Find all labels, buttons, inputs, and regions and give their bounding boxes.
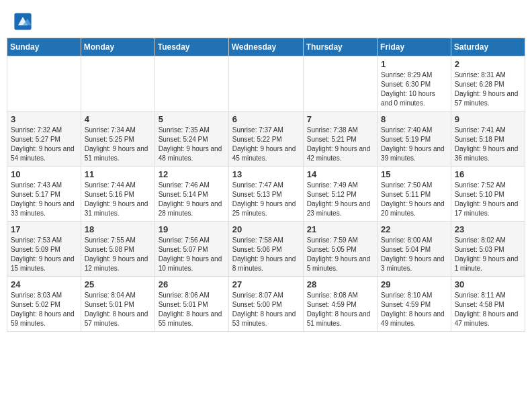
calendar-cell: 6Sunrise: 7:37 AM Sunset: 5:22 PM Daylig…	[228, 111, 303, 167]
day-number: 16	[455, 169, 521, 179]
day-header-friday: Friday	[378, 38, 451, 56]
day-header-saturday: Saturday	[451, 38, 525, 56]
day-header-thursday: Thursday	[303, 38, 377, 56]
day-header-sunday: Sunday	[7, 38, 81, 56]
day-number: 28	[307, 279, 373, 289]
day-info: Sunrise: 7:50 AM Sunset: 5:11 PM Dayligh…	[381, 181, 447, 218]
logo	[13, 12, 35, 31]
day-info: Sunrise: 7:56 AM Sunset: 5:07 PM Dayligh…	[159, 236, 225, 273]
calendar-week-5: 24Sunrise: 8:03 AM Sunset: 5:02 PM Dayli…	[7, 277, 525, 332]
day-info: Sunrise: 8:11 AM Sunset: 4:58 PM Dayligh…	[455, 291, 521, 328]
day-number: 2	[455, 59, 521, 69]
day-number: 13	[232, 169, 300, 179]
calendar-cell: 16Sunrise: 7:52 AM Sunset: 5:10 PM Dayli…	[451, 167, 525, 222]
calendar-cell: 17Sunrise: 7:53 AM Sunset: 5:09 PM Dayli…	[7, 222, 81, 277]
day-number: 30	[455, 279, 521, 289]
day-info: Sunrise: 8:31 AM Sunset: 6:28 PM Dayligh…	[455, 71, 521, 108]
day-info: Sunrise: 7:46 AM Sunset: 5:14 PM Dayligh…	[159, 181, 225, 218]
day-info: Sunrise: 7:53 AM Sunset: 5:09 PM Dayligh…	[11, 236, 77, 273]
calendar-cell: 24Sunrise: 8:03 AM Sunset: 5:02 PM Dayli…	[7, 277, 81, 332]
calendar-week-4: 17Sunrise: 7:53 AM Sunset: 5:09 PM Dayli…	[7, 222, 525, 277]
calendar-cell	[7, 56, 81, 111]
calendar-cell: 4Sunrise: 7:34 AM Sunset: 5:25 PM Daylig…	[81, 111, 154, 167]
day-info: Sunrise: 7:35 AM Sunset: 5:24 PM Dayligh…	[159, 126, 225, 163]
calendar-cell: 7Sunrise: 7:38 AM Sunset: 5:21 PM Daylig…	[303, 111, 377, 167]
day-info: Sunrise: 7:34 AM Sunset: 5:25 PM Dayligh…	[85, 126, 151, 163]
day-number: 19	[159, 224, 225, 234]
day-number: 4	[85, 114, 151, 124]
calendar-cell: 5Sunrise: 7:35 AM Sunset: 5:24 PM Daylig…	[154, 111, 228, 167]
day-number: 21	[307, 224, 373, 234]
calendar-cell: 28Sunrise: 8:08 AM Sunset: 4:59 PM Dayli…	[303, 277, 377, 332]
calendar-cell: 19Sunrise: 7:56 AM Sunset: 5:07 PM Dayli…	[154, 222, 228, 277]
day-number: 17	[11, 224, 77, 234]
day-info: Sunrise: 7:52 AM Sunset: 5:10 PM Dayligh…	[455, 181, 521, 218]
day-info: Sunrise: 8:07 AM Sunset: 5:00 PM Dayligh…	[232, 291, 300, 328]
day-info: Sunrise: 8:04 AM Sunset: 5:01 PM Dayligh…	[85, 291, 151, 328]
day-number: 3	[11, 114, 77, 124]
day-number: 27	[232, 279, 300, 289]
calendar-cell: 3Sunrise: 7:32 AM Sunset: 5:27 PM Daylig…	[7, 111, 81, 167]
day-number: 23	[455, 224, 521, 234]
day-info: Sunrise: 7:47 AM Sunset: 5:13 PM Dayligh…	[232, 181, 300, 218]
day-info: Sunrise: 7:41 AM Sunset: 5:18 PM Dayligh…	[455, 126, 521, 163]
day-info: Sunrise: 7:58 AM Sunset: 5:06 PM Dayligh…	[232, 236, 300, 273]
day-number: 12	[159, 169, 225, 179]
calendar-cell: 14Sunrise: 7:49 AM Sunset: 5:12 PM Dayli…	[303, 167, 377, 222]
day-info: Sunrise: 7:44 AM Sunset: 5:16 PM Dayligh…	[85, 181, 151, 218]
calendar-week-2: 3Sunrise: 7:32 AM Sunset: 5:27 PM Daylig…	[7, 111, 525, 167]
day-number: 7	[307, 114, 373, 124]
day-info: Sunrise: 7:37 AM Sunset: 5:22 PM Dayligh…	[232, 126, 300, 163]
day-info: Sunrise: 7:32 AM Sunset: 5:27 PM Dayligh…	[11, 126, 77, 163]
day-info: Sunrise: 8:00 AM Sunset: 5:04 PM Dayligh…	[381, 236, 447, 273]
calendar-cell	[154, 56, 228, 111]
day-header-monday: Monday	[81, 38, 154, 56]
day-info: Sunrise: 8:10 AM Sunset: 4:59 PM Dayligh…	[381, 291, 447, 328]
calendar-cell	[81, 56, 154, 111]
calendar-cell: 30Sunrise: 8:11 AM Sunset: 4:58 PM Dayli…	[451, 277, 525, 332]
day-info: Sunrise: 7:43 AM Sunset: 5:17 PM Dayligh…	[11, 181, 77, 218]
calendar-cell: 15Sunrise: 7:50 AM Sunset: 5:11 PM Dayli…	[378, 167, 451, 222]
day-info: Sunrise: 8:08 AM Sunset: 4:59 PM Dayligh…	[307, 291, 373, 328]
day-number: 5	[159, 114, 225, 124]
day-info: Sunrise: 7:49 AM Sunset: 5:12 PM Dayligh…	[307, 181, 373, 218]
day-info: Sunrise: 7:59 AM Sunset: 5:05 PM Dayligh…	[307, 236, 373, 273]
day-number: 11	[85, 169, 151, 179]
calendar-cell: 2Sunrise: 8:31 AM Sunset: 6:28 PM Daylig…	[451, 56, 525, 111]
calendar-cell: 26Sunrise: 8:06 AM Sunset: 5:01 PM Dayli…	[154, 277, 228, 332]
calendar-cell: 22Sunrise: 8:00 AM Sunset: 5:04 PM Dayli…	[378, 222, 451, 277]
logo-icon	[13, 12, 32, 31]
calendar-cell: 23Sunrise: 8:02 AM Sunset: 5:03 PM Dayli…	[451, 222, 525, 277]
day-info: Sunrise: 8:02 AM Sunset: 5:03 PM Dayligh…	[455, 236, 521, 273]
calendar-cell: 20Sunrise: 7:58 AM Sunset: 5:06 PM Dayli…	[228, 222, 303, 277]
day-header-tuesday: Tuesday	[154, 38, 228, 56]
day-info: Sunrise: 7:55 AM Sunset: 5:08 PM Dayligh…	[85, 236, 151, 273]
calendar-cell: 21Sunrise: 7:59 AM Sunset: 5:05 PM Dayli…	[303, 222, 377, 277]
day-info: Sunrise: 8:06 AM Sunset: 5:01 PM Dayligh…	[159, 291, 225, 328]
day-number: 22	[381, 224, 447, 234]
day-number: 18	[85, 224, 151, 234]
calendar-week-1: 1Sunrise: 8:29 AM Sunset: 6:30 PM Daylig…	[7, 56, 525, 111]
day-number: 15	[381, 169, 447, 179]
day-number: 1	[381, 59, 447, 69]
day-number: 10	[11, 169, 77, 179]
calendar-cell	[303, 56, 377, 111]
calendar-header-row: SundayMondayTuesdayWednesdayThursdayFrid…	[7, 38, 525, 56]
day-number: 24	[11, 279, 77, 289]
day-number: 26	[159, 279, 225, 289]
calendar-week-3: 10Sunrise: 7:43 AM Sunset: 5:17 PM Dayli…	[7, 167, 525, 222]
calendar-cell: 9Sunrise: 7:41 AM Sunset: 5:18 PM Daylig…	[451, 111, 525, 167]
calendar-cell: 13Sunrise: 7:47 AM Sunset: 5:13 PM Dayli…	[228, 167, 303, 222]
day-info: Sunrise: 7:38 AM Sunset: 5:21 PM Dayligh…	[307, 126, 373, 163]
calendar-cell: 8Sunrise: 7:40 AM Sunset: 5:19 PM Daylig…	[378, 111, 451, 167]
calendar-cell: 29Sunrise: 8:10 AM Sunset: 4:59 PM Dayli…	[378, 277, 451, 332]
day-info: Sunrise: 8:03 AM Sunset: 5:02 PM Dayligh…	[11, 291, 77, 328]
day-number: 8	[381, 114, 447, 124]
calendar-cell: 25Sunrise: 8:04 AM Sunset: 5:01 PM Dayli…	[81, 277, 154, 332]
calendar-cell: 11Sunrise: 7:44 AM Sunset: 5:16 PM Dayli…	[81, 167, 154, 222]
day-number: 6	[232, 114, 300, 124]
day-info: Sunrise: 7:40 AM Sunset: 5:19 PM Dayligh…	[381, 126, 447, 163]
calendar-table: SundayMondayTuesdayWednesdayThursdayFrid…	[7, 38, 525, 332]
day-number: 14	[307, 169, 373, 179]
day-number: 9	[455, 114, 521, 124]
